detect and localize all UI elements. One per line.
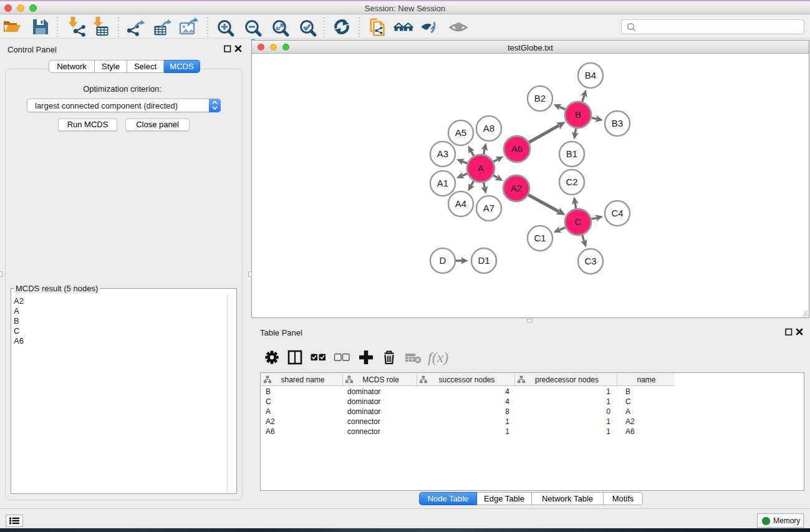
svg-text:predecessor nodes: predecessor nodes — [535, 375, 599, 384]
svg-text:C: C — [266, 397, 271, 406]
svg-text:C2: C2 — [566, 177, 577, 187]
svg-text:B: B — [575, 109, 581, 120]
svg-text:f(x): f(x) — [428, 349, 448, 365]
svg-text:successor nodes: successor nodes — [438, 375, 494, 384]
svg-text:A: A — [266, 407, 271, 416]
svg-text:connector: connector — [347, 417, 380, 426]
svg-text:1: 1 — [505, 427, 509, 436]
svg-text:1: 1 — [606, 417, 610, 426]
svg-text:A2: A2 — [511, 183, 522, 193]
svg-text:1: 1 — [606, 387, 610, 396]
svg-text:D: D — [440, 255, 446, 266]
svg-text:C3: C3 — [584, 256, 596, 266]
svg-text:name: name — [637, 375, 655, 384]
svg-text:A8: A8 — [483, 123, 494, 133]
svg-text:A6: A6 — [511, 143, 523, 154]
svg-text:A5: A5 — [455, 127, 466, 138]
svg-text:A6: A6 — [266, 427, 275, 436]
svg-text:A3: A3 — [437, 148, 448, 159]
svg-text:C: C — [575, 216, 582, 227]
svg-text:4: 4 — [505, 387, 509, 396]
svg-text:A2: A2 — [266, 417, 275, 426]
svg-text:C: C — [625, 397, 631, 406]
svg-text:dominator: dominator — [347, 407, 380, 416]
svg-text:A4: A4 — [455, 198, 466, 209]
svg-text:1: 1 — [606, 397, 610, 406]
svg-text:A7: A7 — [483, 203, 494, 213]
svg-text:4: 4 — [505, 397, 509, 406]
svg-text:connector: connector — [347, 427, 380, 436]
svg-text:D1: D1 — [478, 255, 489, 266]
svg-text:0: 0 — [606, 407, 610, 416]
svg-text:C1: C1 — [534, 233, 546, 243]
svg-text:B4: B4 — [585, 70, 596, 80]
svg-text:A6: A6 — [625, 427, 635, 436]
svg-text:1: 1 — [505, 417, 509, 426]
svg-text:MCDS role: MCDS role — [362, 375, 399, 384]
svg-text:C4: C4 — [611, 208, 623, 218]
svg-text:B3: B3 — [612, 118, 623, 128]
svg-text:8: 8 — [505, 407, 509, 416]
svg-text:A1: A1 — [437, 178, 448, 188]
svg-text:dominator: dominator — [347, 387, 380, 396]
svg-text:dominator: dominator — [347, 397, 380, 406]
svg-text:A: A — [625, 407, 630, 416]
svg-text:A2: A2 — [625, 417, 635, 426]
svg-text:B: B — [625, 387, 630, 396]
svg-text:A: A — [478, 163, 484, 173]
svg-text:1: 1 — [606, 427, 610, 436]
svg-text:B1: B1 — [566, 148, 577, 159]
svg-text:shared name: shared name — [281, 375, 324, 384]
svg-text:B: B — [266, 387, 271, 396]
svg-text:B2: B2 — [534, 93, 546, 104]
